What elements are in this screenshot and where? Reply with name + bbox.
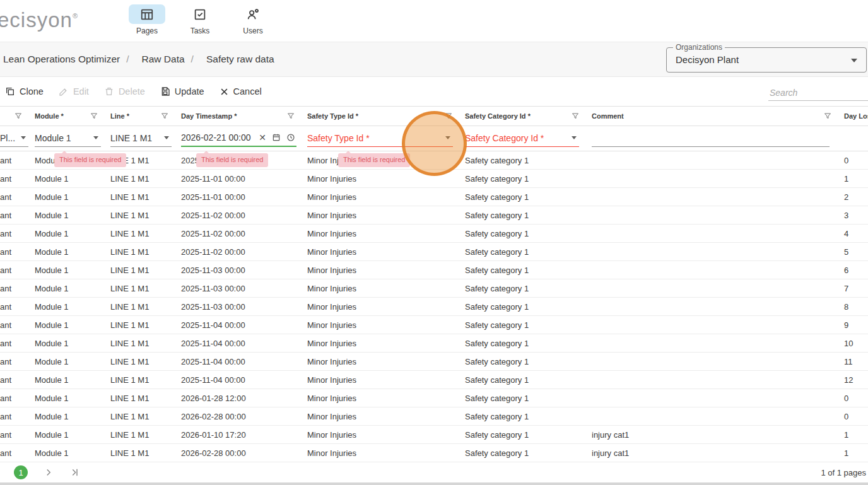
breadcrumb-item-app[interactable]: Lean Operations Optimizer	[3, 54, 120, 65]
filter-icon[interactable]	[161, 112, 168, 120]
column-header-day-loss[interactable]: Day Loss	[844, 112, 868, 120]
cell-module: Module 1	[35, 339, 110, 348]
filter-icon[interactable]	[445, 112, 452, 120]
search-input[interactable]	[768, 85, 868, 101]
page-1-button[interactable]: 1	[14, 465, 28, 479]
column-header-module[interactable]: Module *	[35, 112, 110, 120]
cell-safety-type: Minor Injuries	[307, 412, 465, 421]
cell-safety-type: Minor Injuries	[307, 339, 465, 348]
table-row[interactable]: ant Module 1 LINE 1 M1 2025-11-03 00:00 …	[0, 279, 868, 298]
cell-line: LINE 1 M1	[110, 430, 181, 440]
cell-day-timestamp: 2026-01-28 12:00	[181, 394, 307, 403]
line-select[interactable]: LINE 1 M1	[110, 129, 172, 147]
comment-input[interactable]	[592, 129, 830, 147]
pages-icon	[129, 4, 165, 24]
cell-day-timestamp: 2025-11-04 00:00	[181, 375, 307, 385]
module-select[interactable]: Module 1	[35, 129, 101, 147]
filter-icon[interactable]	[15, 112, 22, 120]
cell-safety-type: Minor Injuries	[307, 284, 465, 293]
table-row[interactable]: ant Module 1 LINE 1 M1 2026-02-28 00:00 …	[0, 407, 868, 426]
clear-icon[interactable]: ✕	[259, 132, 266, 143]
safety-category-select[interactable]: Safety Category Id *	[465, 129, 579, 147]
horizontal-scrollbar[interactable]	[0, 482, 868, 485]
table-row[interactable]: ant Module 1 LINE 1 M1 2025-11-04 00:00 …	[0, 316, 868, 334]
cell-safety-type: Minor Injuries	[307, 357, 465, 366]
calendar-icon[interactable]	[272, 133, 281, 142]
cell-comment: injury cat1	[592, 430, 844, 440]
column-header-line[interactable]: Line *	[110, 112, 181, 120]
filter-icon[interactable]	[287, 112, 295, 120]
cell-safety-type: Minor Injuries	[307, 211, 465, 220]
plant-select[interactable]: Pl...	[0, 129, 28, 147]
delete-label: Delete	[119, 86, 145, 96]
next-page-icon[interactable]	[43, 467, 54, 478]
cell-day-loss: 0	[844, 394, 868, 403]
safety-type-select[interactable]: Safety Type Id *	[307, 129, 453, 147]
breadcrumb-item-section[interactable]: Raw Data	[142, 54, 185, 65]
cell-day-loss: 2	[844, 192, 868, 202]
column-header-comment[interactable]: Comment	[592, 112, 844, 120]
clock-icon[interactable]	[286, 133, 295, 142]
organizations-select[interactable]: Organizations Decisyon Plant	[666, 47, 867, 73]
cell-day-timestamp: 2026-02-28 00:00	[181, 412, 307, 421]
tasks-icon	[182, 4, 218, 24]
table-row[interactable]: ant Module 1 LINE 1 M1 2025-11-03 00:00 …	[0, 298, 868, 316]
clone-button[interactable]: Clone	[5, 86, 44, 96]
cell-day-loss: 12	[844, 375, 868, 385]
cell-safety-category: Safety category 1	[465, 284, 592, 293]
cell-day-loss: 0	[844, 412, 868, 421]
table-row[interactable]: ant Module 1 LINE 1 M1 2025-11-04 00:00 …	[0, 334, 868, 353]
cell-day-loss: 7	[844, 284, 868, 293]
cell-line: LINE 1 M1	[110, 448, 181, 458]
table-row[interactable]: ant Module 1 LINE 1 M1 2025-11-01 00:00 …	[0, 188, 868, 206]
nav-users[interactable]: Users	[234, 4, 272, 35]
cell-day-timestamp: 2025-11-04 00:00	[181, 357, 307, 366]
filter-icon[interactable]	[90, 112, 98, 120]
table-row[interactable]: ant Module 1 LINE 1 M1 2026-01-28 12:00 …	[0, 389, 868, 407]
table-row[interactable]: ant Module 1 LINE 1 M1 2025-11-01 00:00 …	[0, 151, 868, 170]
table-edit-row: Pl... Module 1 LINE 1 M1 2026-02-21 00:0…	[0, 126, 868, 151]
table-row[interactable]: ant Module 1 LINE 1 M1 2025-11-01 00:00 …	[0, 170, 868, 188]
delete-button[interactable]: Delete	[104, 86, 145, 96]
save-icon	[160, 86, 170, 96]
filter-icon[interactable]	[824, 112, 831, 120]
cell-module: Module 1	[35, 247, 110, 257]
table-row[interactable]: ant Module 1 LINE 1 M1 2025-11-02 00:00 …	[0, 206, 868, 225]
cell-safety-type: Minor Injuries	[307, 302, 465, 312]
nav-pages[interactable]: Pages	[128, 4, 166, 35]
cell-line: LINE 1 M1	[110, 229, 181, 238]
day-timestamp-input[interactable]: 2026-02-21 00:00 ✕	[181, 129, 296, 147]
column-header-safety-category[interactable]: Safety Category Id *	[465, 112, 592, 120]
cell-safety-category: Safety category 1	[465, 320, 592, 330]
table-row[interactable]: ant Module 1 LINE 1 M1 2025-11-02 00:00 …	[0, 243, 868, 261]
cancel-button[interactable]: Cancel	[220, 86, 262, 96]
cell-safety-type: Minor Injuries	[307, 320, 465, 330]
edit-button[interactable]: Edit	[59, 86, 89, 96]
update-label: Update	[175, 86, 204, 96]
filter-icon[interactable]	[572, 112, 579, 120]
pagination-bar: 1 1 of 1 pages	[0, 462, 868, 482]
table-row[interactable]: ant Module 1 LINE 1 M1 2026-01-10 17:20 …	[0, 426, 868, 444]
column-header-day-timestamp[interactable]: Day Timestamp *	[181, 112, 307, 120]
table-row[interactable]: ant Module 1 LINE 1 M1 2025-11-04 00:00 …	[0, 371, 868, 389]
cell-day-loss: 11	[844, 357, 868, 366]
cell-day-timestamp: 2026-02-28 00:00	[181, 448, 307, 458]
cell-line: LINE 1 M1	[110, 192, 181, 202]
table-row[interactable]: ant Module 1 LINE 1 M1 2025-11-02 00:00 …	[0, 225, 868, 243]
clone-icon	[5, 86, 15, 96]
table-row[interactable]: ant Module 1 LINE 1 M1 2025-11-03 00:00 …	[0, 261, 868, 279]
cell-plant: ant	[0, 247, 35, 257]
cell-plant: ant	[0, 156, 35, 165]
cell-day-loss: 10	[844, 339, 868, 348]
nav-pages-label: Pages	[136, 26, 158, 35]
close-icon	[220, 87, 229, 96]
update-button[interactable]: Update	[160, 86, 204, 96]
nav-tasks[interactable]: Tasks	[181, 4, 219, 35]
last-page-icon[interactable]	[69, 467, 81, 478]
cell-safety-type: Minor Injuries	[307, 174, 465, 184]
trash-icon	[104, 86, 114, 96]
cell-safety-category: Safety category 1	[465, 448, 592, 458]
column-header-safety-type[interactable]: Safety Type Id *	[307, 112, 465, 120]
table-row[interactable]: ant Module 1 LINE 1 M1 2026-02-28 00:00 …	[0, 444, 868, 462]
table-row[interactable]: ant Module 1 LINE 1 M1 2025-11-04 00:00 …	[0, 353, 868, 371]
